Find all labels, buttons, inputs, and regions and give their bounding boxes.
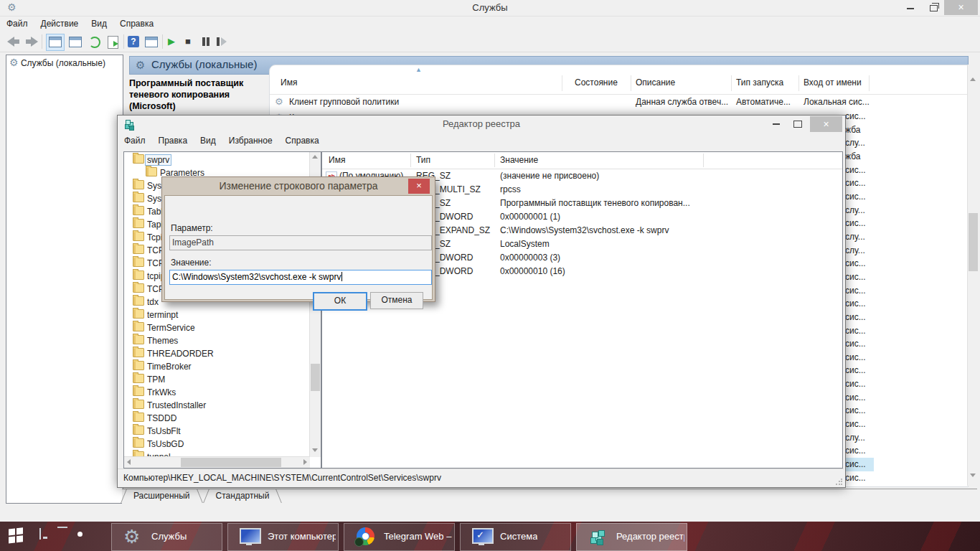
services-menubar: ФайлДействиеВидСправка: [0, 17, 980, 32]
services-scope-pane: ⚙ Службы (локальные): [6, 55, 123, 504]
tree-key-label: TrkWks: [147, 387, 176, 397]
tree-key[interactable]: terminpt: [124, 309, 321, 321]
ok-button[interactable]: ОК: [313, 292, 367, 311]
column-header-state[interactable]: Состояние: [575, 77, 618, 88]
menu-item[interactable]: Файл: [118, 133, 152, 148]
service-description: Данная служба отвеч...: [636, 97, 728, 107]
tree-key[interactable]: Themes: [124, 334, 321, 347]
view-tab[interactable]: Расширенный: [122, 489, 202, 503]
forward-icon[interactable]: [31, 37, 38, 47]
standard-view-icon[interactable]: [145, 37, 158, 47]
quicklaunch-computer-icon[interactable]: [39, 529, 41, 539]
properties-icon[interactable]: [69, 37, 82, 47]
tree-key[interactable]: TSDDD: [124, 412, 321, 425]
scrollbar-thumb[interactable]: [311, 364, 320, 391]
column-header-type[interactable]: Тип: [416, 155, 430, 165]
value-input[interactable]: C:\Windows\System32\svchost.exe -k swprv: [169, 270, 432, 285]
logon-tail: сис...: [845, 391, 874, 405]
menu-item[interactable]: Правка: [152, 133, 194, 148]
folder-icon: [133, 322, 144, 331]
menu-item[interactable]: Файл: [0, 17, 34, 31]
menu-item[interactable]: Действие: [34, 17, 85, 31]
column-header-name[interactable]: Имя: [329, 155, 345, 165]
tree-key-label: TimeBroker: [147, 362, 192, 372]
menu-item[interactable]: Избранное: [222, 133, 279, 148]
scroll-up-icon[interactable]: [312, 155, 318, 159]
close-button[interactable]: ×: [810, 116, 842, 132]
scrollbar-thumb[interactable]: [181, 458, 281, 467]
logon-tail: жба: [845, 150, 874, 164]
export-list-icon[interactable]: [108, 36, 118, 49]
cancel-button[interactable]: Отмена: [370, 292, 423, 309]
taskbar-button[interactable]: Редактор реестра: [576, 523, 687, 551]
column-header-startup[interactable]: Тип запуска: [736, 77, 783, 88]
start-button[interactable]: [7, 526, 29, 546]
menu-item[interactable]: Справка: [279, 133, 326, 148]
column-header-name[interactable]: Имя: [281, 77, 297, 88]
scroll-down-icon[interactable]: [312, 448, 318, 452]
dialog-body: Параметр: ImagePath Значение: C:\Windows…: [164, 195, 433, 300]
menu-item[interactable]: Вид: [85, 17, 113, 31]
param-name-field[interactable]: ImagePath: [169, 235, 432, 250]
column-header-value[interactable]: Значение: [500, 155, 538, 165]
back-icon[interactable]: [7, 37, 14, 47]
scroll-left-icon[interactable]: [127, 459, 131, 465]
scroll-down-icon[interactable]: [970, 474, 976, 477]
tree-key[interactable]: TimeBroker: [124, 360, 321, 373]
tree-key[interactable]: TrkWks: [124, 386, 321, 399]
back-icon-tail: [14, 39, 19, 44]
restart-service-bar[interactable]: [217, 37, 220, 46]
close-button[interactable]: ×: [944, 0, 978, 15]
maximize-button[interactable]: [788, 118, 807, 129]
view-tab[interactable]: Стандартный: [204, 489, 281, 503]
tree-key[interactable]: TPM: [124, 373, 321, 386]
restore-button[interactable]: [924, 2, 943, 14]
scope-item-services-local[interactable]: ⚙ Службы (локальные): [6, 55, 123, 70]
services-vertical-scrollbar[interactable]: [967, 65, 979, 486]
pause-service-icon[interactable]: [202, 37, 205, 46]
value-data: LocalSystem: [500, 239, 550, 249]
scrollbar-thumb[interactable]: [969, 213, 978, 271]
minimize-button[interactable]: [767, 118, 786, 129]
stop-service-icon[interactable]: ■: [185, 37, 191, 47]
services-titlebar[interactable]: ⚙ Службы ×: [0, 0, 980, 17]
refresh-icon[interactable]: [89, 37, 100, 48]
taskbar-button[interactable]: ✓ Система: [460, 523, 571, 551]
console-tree-icon[interactable]: [49, 37, 62, 47]
logon-tail: сис...: [845, 404, 874, 418]
result-header-title: Службы (локальные): [151, 58, 257, 70]
dialog-close-button[interactable]: ×: [408, 179, 430, 194]
logon-tail: сис...: [845, 444, 874, 458]
tree-horizontal-scrollbar[interactable]: [124, 456, 310, 468]
menu-item[interactable]: Справка: [113, 17, 160, 31]
tree-key[interactable]: TsUsbGD: [124, 438, 321, 451]
help-icon[interactable]: ?: [128, 36, 139, 47]
start-service-icon[interactable]: ▶: [168, 37, 175, 47]
registry-titlebar[interactable]: Редактор реестра ×: [118, 116, 845, 133]
services-view-tabs: РасширенныйСтандартный: [122, 489, 977, 504]
scroll-up-icon[interactable]: [970, 77, 976, 81]
taskbar-button[interactable]: Этот компьютер: [227, 523, 339, 551]
logon-tail: сис...: [845, 190, 874, 204]
taskbar-button[interactable]: Telegram Web – ...: [344, 523, 455, 551]
minimize-button[interactable]: [901, 2, 920, 14]
registry-menubar: ФайлПравкаВидИзбранноеСправка: [118, 133, 845, 149]
tree-key[interactable]: TermService: [124, 321, 321, 334]
column-header-description[interactable]: Описание: [636, 77, 675, 88]
service-logon: Локальная сис...: [804, 97, 870, 107]
menu-item[interactable]: Вид: [194, 133, 222, 148]
service-startup: Автоматиче...: [736, 97, 791, 107]
tree-key[interactable]: TsUsbFlt: [124, 425, 321, 438]
column-header-logon[interactable]: Вход от имени: [804, 77, 862, 88]
tree-key[interactable]: THREADORDER: [124, 347, 321, 360]
service-row[interactable]: ⚙ Клиент групповой политики Данная служб…: [270, 95, 968, 110]
taskbar-button[interactable]: Службы: [111, 523, 222, 551]
tree-key[interactable]: swprv: [124, 154, 321, 166]
tree-key-label: Tabl: [147, 207, 163, 217]
folder-icon: [133, 361, 144, 370]
scroll-right-icon[interactable]: [303, 459, 307, 465]
logon-tail: слу...: [845, 244, 874, 258]
resize-grip[interactable]: [835, 479, 842, 486]
tree-key[interactable]: TrustedInstaller: [124, 399, 321, 412]
taskbar-button-label: Редактор реестра: [616, 531, 684, 542]
